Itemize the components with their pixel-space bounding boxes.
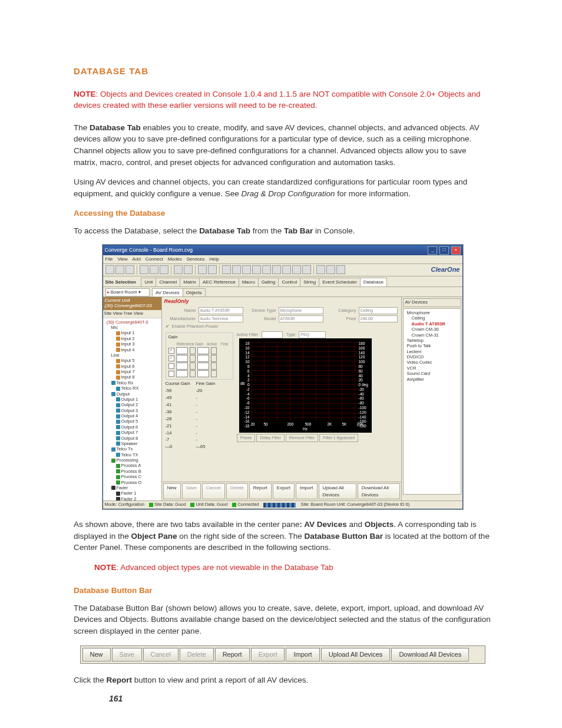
menu-item[interactable]: Help [209, 256, 219, 262]
toolbar-icon[interactable] [160, 265, 168, 274]
tree-node[interactable]: VCR [405, 365, 459, 371]
tree-node[interactable]: Output 4 [104, 413, 160, 419]
menu-item[interactable]: Connect [146, 256, 163, 262]
tree-node[interactable]: Input 1 [104, 330, 160, 335]
minimize-button[interactable]: _ [428, 246, 437, 255]
toolbar-icon[interactable] [302, 265, 311, 274]
tree-node[interactable]: Fader [104, 485, 160, 490]
menu-item[interactable]: Add [133, 256, 141, 262]
tree-node[interactable]: Crown CM-31 [405, 332, 459, 338]
gain-num[interactable] [197, 355, 209, 362]
tree-node[interactable]: Mic [104, 325, 160, 330]
tree-node[interactable]: (30) Converge840T-0 [104, 319, 160, 325]
tree-node[interactable]: Tabletop [405, 338, 459, 343]
tab-channel[interactable]: Channel [156, 278, 180, 286]
db-button-download all devices[interactable]: Download All Devices [358, 483, 400, 499]
toolbar-icon[interactable] [262, 265, 271, 274]
spinner[interactable] [211, 355, 217, 362]
gain-num[interactable] [197, 347, 209, 354]
subtab-av devices[interactable]: AV Devices [152, 288, 183, 297]
tab-macro[interactable]: Macro [239, 278, 259, 286]
tree-node[interactable]: Output 3 [104, 408, 160, 413]
tab-string[interactable]: String [300, 278, 319, 286]
tree-node[interactable]: Output 7 [104, 430, 160, 435]
tree-node[interactable]: Processing [104, 457, 160, 463]
spinner[interactable] [211, 363, 217, 370]
active-filter-field[interactable] [262, 331, 283, 338]
toolbar-icon[interactable] [105, 265, 114, 274]
tree-node[interactable]: Input 2 [104, 336, 160, 341]
db-button-upload all devices[interactable]: Upload All Devices [321, 648, 391, 662]
gain-check[interactable]: ✓ [168, 355, 174, 361]
menu-item[interactable]: View [117, 256, 127, 262]
chart-button[interactable]: Remove Filter [286, 434, 319, 442]
toolbar-icon[interactable] [336, 265, 345, 274]
toolbar-icon[interactable] [115, 265, 124, 274]
tree-node[interactable]: Telco TX [104, 452, 160, 457]
gain-check[interactable] [168, 363, 174, 369]
devtype-field[interactable]: Microphone [279, 307, 323, 314]
tree-node[interactable]: Output 8 [104, 436, 160, 441]
tree-node[interactable]: Audio T AT853R [405, 321, 459, 327]
spinner[interactable] [190, 347, 196, 354]
spinner[interactable] [190, 355, 196, 362]
toolbar-icon[interactable] [316, 265, 325, 274]
toolbar-icon[interactable] [252, 265, 261, 274]
chart-button[interactable]: Delay Filter [256, 434, 284, 442]
tree-node[interactable]: Telco RX [104, 386, 160, 391]
spinner[interactable] [190, 363, 196, 370]
close-button[interactable]: × [451, 246, 461, 255]
toolbar-icon[interactable] [232, 265, 241, 274]
tree-header[interactable]: Site View Tree View [103, 310, 161, 318]
tree-node[interactable]: DVD/CD [405, 354, 459, 360]
category-field[interactable]: Ceiling [359, 307, 398, 314]
price-field[interactable]: 298.00 [359, 315, 398, 322]
menu-item[interactable]: File [105, 256, 113, 262]
tree-node[interactable]: Output 1 [104, 397, 160, 402]
tree-node[interactable]: Microphone [405, 310, 459, 315]
tree-node[interactable]: Input 7 [104, 369, 160, 374]
tree-node[interactable]: Process B [104, 469, 160, 474]
db-button-export[interactable]: Export [273, 483, 295, 499]
db-button-cancel[interactable]: Cancel [202, 483, 225, 499]
tree-node[interactable]: Output 5 [104, 419, 160, 424]
tab-unit[interactable]: Unit [141, 278, 156, 286]
gain-check[interactable] [168, 371, 174, 377]
db-button-new[interactable]: New [163, 483, 181, 499]
menu-item[interactable]: Services [187, 256, 205, 262]
tree-node[interactable]: Process C [104, 474, 160, 479]
maximize-button[interactable]: □ [439, 246, 449, 255]
tree-node[interactable]: Video Codec [405, 360, 459, 365]
toolbar-icon[interactable] [198, 265, 207, 274]
db-button-report[interactable]: Report [249, 483, 272, 499]
tree-node[interactable]: Fader 2 [104, 496, 160, 501]
type-field[interactable]: PEQ [299, 331, 326, 338]
model-field[interactable]: AT853R [279, 315, 323, 322]
tree-node[interactable]: Sound Card [405, 371, 459, 376]
tab-event scheduler[interactable]: Event Scheduler [319, 278, 361, 286]
tree-node[interactable]: Output 2 [104, 402, 160, 407]
tree-node[interactable]: Input 4 [104, 347, 160, 353]
spinner[interactable] [190, 370, 196, 377]
db-button-upload all devices[interactable]: Upload All Devices [319, 483, 356, 499]
name-field[interactable]: Audio T AT853R [199, 307, 243, 314]
tab-gating[interactable]: Gating [258, 278, 279, 286]
gain-num[interactable] [197, 363, 209, 370]
db-button-save[interactable]: Save [182, 483, 201, 499]
spinner[interactable] [211, 347, 217, 354]
tree-node[interactable]: Process A [104, 463, 160, 468]
tree-node[interactable]: Process D [104, 480, 160, 485]
gain-num[interactable] [176, 355, 188, 362]
phantom-checkbox[interactable]: ✓ [166, 324, 170, 330]
toolbar-icon[interactable] [150, 265, 158, 274]
db-button-delete[interactable]: Delete [226, 483, 248, 499]
mfr-field[interactable]: Audio Technica [199, 315, 243, 322]
tree-node[interactable]: Telco Rx [104, 380, 160, 386]
toolbar-icon[interactable] [222, 265, 231, 274]
tree-node[interactable]: Fader 1 [104, 490, 160, 496]
tree-node[interactable]: Ceiling [405, 315, 459, 321]
gain-num[interactable] [176, 370, 188, 377]
tree-node[interactable]: Speaker [104, 441, 160, 446]
tab-database[interactable]: Database [360, 278, 387, 286]
tab-aec reference[interactable]: AEC Reference [199, 278, 239, 286]
